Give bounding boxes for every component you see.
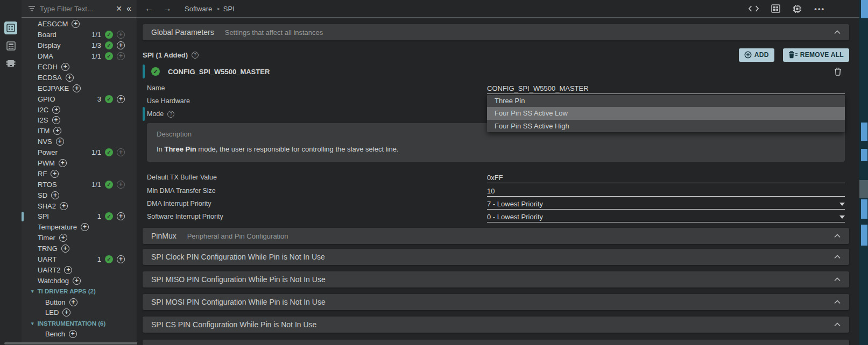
min-dma-transfer-input[interactable]: 10 (487, 185, 845, 197)
board-view-icon[interactable] (4, 39, 17, 52)
device-view-icon[interactable] (4, 57, 17, 70)
sidebar-item[interactable]: ▾ ECJPAKE ✓ + (22, 83, 137, 94)
add-instance-icon[interactable]: + (52, 106, 60, 114)
dropdown-option[interactable]: Four Pin SS Active Low (487, 107, 845, 119)
sidebar-item[interactable]: ▾ INSTRUMENTATION (6) ✓ + (22, 318, 137, 329)
collapse-sidebar-icon[interactable]: « (126, 4, 131, 13)
add-instance-icon[interactable]: + (117, 95, 125, 103)
chevron-up-icon[interactable] (834, 300, 841, 304)
sidebar-item[interactable]: ▾ LED ✓ + (22, 307, 137, 318)
add-instance-icon[interactable]: + (117, 148, 125, 156)
sidebar-item[interactable]: ▾ TI DRIVER APPS (2) ✓ + (22, 286, 137, 297)
software-interrupt-priority-select[interactable]: 0 - Lowest Priority (487, 211, 845, 222)
add-instance-icon[interactable]: + (62, 308, 70, 317)
sidebar-item[interactable]: ▾ Button ✓ + (22, 297, 137, 307)
add-instance-icon[interactable]: + (73, 277, 81, 285)
help-icon[interactable]: ? (192, 52, 199, 59)
add-instance-icon[interactable]: + (117, 52, 125, 60)
sidebar-item[interactable]: ▾ I2S ✓ + (22, 115, 137, 126)
add-instance-icon[interactable]: + (117, 181, 125, 189)
breadcrumb-current[interactable]: SPI (223, 5, 235, 13)
add-instance-icon[interactable]: + (61, 245, 69, 253)
sidebar-item[interactable]: ▾ SPI 1 ✓ + (22, 211, 137, 222)
add-instance-icon[interactable]: + (66, 74, 74, 82)
help-icon[interactable]: ? (167, 111, 174, 118)
add-instance-icon[interactable]: + (61, 63, 69, 71)
minimap-viewport[interactable] (859, 180, 868, 198)
sidebar-item[interactable]: ▾ Temperature ✓ + (22, 222, 137, 233)
sidebar-item[interactable]: ▾ UART2 ✓ + (22, 264, 137, 275)
sidebar-item[interactable]: ▾ ITM ✓ + (22, 126, 137, 136)
add-instance-icon[interactable]: + (117, 212, 125, 220)
sidebar-item[interactable]: ▾ Bench ✓ + (22, 329, 137, 340)
default-tx-buffer-input[interactable]: 0xFF (487, 172, 845, 183)
sidebar-item[interactable]: ▾ Board 1/1 ✓ + (22, 30, 137, 40)
sidebar-item[interactable]: ▾ I2C ✓ + (22, 104, 137, 115)
delete-instance-icon[interactable] (834, 67, 842, 76)
sidebar-item[interactable]: ▾ GPIO 3 ✓ + (22, 94, 137, 104)
pinmux-section-header[interactable]: PinMux Peripheral and Pin Configuration (143, 228, 849, 244)
chevron-up-icon[interactable] (834, 234, 841, 238)
back-arrow-icon[interactable]: ← (145, 4, 153, 13)
sidebar-item[interactable]: ▾ Timer ✓ + (22, 233, 137, 243)
add-instance-icon[interactable]: + (64, 266, 72, 274)
add-instance-icon[interactable]: + (51, 170, 59, 178)
add-instance-icon[interactable]: + (69, 330, 77, 338)
add-instance-icon[interactable]: + (69, 298, 77, 306)
add-instance-icon[interactable]: + (117, 41, 125, 49)
sidebar-item[interactable]: ▾ AESGCM ✓ + (22, 19, 137, 30)
sidebar-item[interactable]: ▾ Power 1/1 ✓ + (22, 147, 137, 158)
chevron-up-icon[interactable] (834, 322, 841, 327)
sidebar-item[interactable]: ▾ NVS ✓ + (22, 136, 137, 147)
sidebar-item[interactable]: ▾ Display 1/3 ✓ + (22, 40, 137, 51)
chevron-up-icon[interactable] (834, 255, 841, 259)
sidebar-item[interactable]: ▾ UART 1 ✓ + (22, 254, 137, 265)
chevron-up-icon[interactable] (834, 277, 841, 282)
instance-header[interactable]: ✓ CONFIG_SPI_W5500_MASTER (143, 64, 849, 78)
spi-miso-pin-section-header[interactable]: SPI MISO PIN Configuration While Pin is … (143, 271, 849, 288)
breadcrumb-parent[interactable]: Software (185, 5, 212, 13)
add-instance-icon[interactable]: + (60, 202, 68, 210)
sidebar-item[interactable]: ▾ SHA2 ✓ + (22, 200, 137, 211)
board-panel-icon[interactable] (771, 4, 780, 13)
code-view-icon[interactable] (749, 5, 759, 12)
dma-interrupt-priority-select[interactable]: 7 - Lowest Priority (487, 198, 845, 210)
software-view-icon[interactable] (4, 21, 17, 34)
spi-mosi-pin-section-header[interactable]: SPI MOSI PIN Configuration While Pin is … (143, 294, 849, 310)
remove-all-button[interactable]: REMOVE ALL (783, 48, 849, 62)
clear-filter-icon[interactable]: ✕ (116, 5, 122, 12)
add-instance-icon[interactable]: + (59, 234, 67, 242)
add-instance-icon[interactable]: + (72, 20, 80, 28)
sidebar-item[interactable]: ▾ RF ✓ + (22, 168, 137, 179)
add-instance-icon[interactable]: + (51, 191, 59, 199)
device-settings-icon[interactable] (793, 4, 802, 13)
sidebar-item[interactable]: ▾ DMA 1/1 ✓ + (22, 51, 137, 62)
group-expand-arrow-icon[interactable]: ▾ (31, 289, 34, 294)
sidebar-item[interactable]: ▾ ECDH ✓ + (22, 62, 137, 73)
minimap-scrollbar[interactable] (859, 0, 868, 345)
sidebar-item[interactable]: ▾ SD ✓ + (22, 190, 137, 200)
dropdown-option[interactable]: Four Pin SS Active High (487, 120, 845, 132)
global-parameters-section-header[interactable]: Global Parameters Settings that affect a… (143, 24, 849, 40)
forward-arrow-icon[interactable]: → (163, 4, 172, 13)
add-instance-icon[interactable]: + (81, 223, 89, 231)
add-instance-icon[interactable]: + (73, 84, 81, 92)
sidebar-item[interactable]: ▾ Watchdog ✓ + (22, 275, 137, 286)
sidebar-item[interactable]: ▾ PWM ✓ + (22, 158, 137, 169)
add-instance-icon[interactable]: + (52, 116, 60, 124)
add-instance-icon[interactable]: + (117, 31, 125, 39)
add-instance-icon[interactable]: + (56, 138, 64, 146)
group-expand-arrow-icon[interactable]: ▾ (31, 321, 34, 326)
chevron-up-icon[interactable] (834, 30, 841, 34)
add-button[interactable]: ADD (739, 48, 774, 62)
add-instance-icon[interactable]: + (53, 127, 61, 135)
add-instance-icon[interactable]: + (117, 255, 125, 263)
more-options-icon[interactable]: ••• (814, 5, 825, 13)
sidebar-item[interactable]: ▾ TRNG ✓ + (22, 243, 137, 254)
sidebar-item[interactable]: ▾ ECDSA ✓ + (22, 72, 137, 83)
spi-cs-pin-section-header[interactable]: SPI CS PIN Configuration While Pin is No… (143, 317, 849, 333)
add-instance-icon[interactable]: + (59, 159, 67, 167)
partial-section-header[interactable] (143, 340, 849, 345)
spi-clock-pin-section-header[interactable]: SPI Clock PIN Configuration While Pin is… (143, 249, 849, 265)
name-input[interactable] (487, 84, 845, 92)
